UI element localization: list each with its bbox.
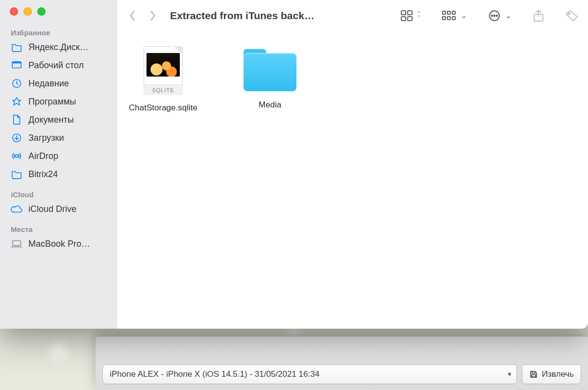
sidebar-item-документы[interactable]: Документы [0, 111, 117, 129]
window-controls [0, 5, 117, 22]
share-icon [533, 9, 544, 22]
sidebar-item-label: Документы [28, 115, 74, 125]
document-icon [11, 114, 23, 125]
chevron-down-icon [461, 13, 467, 19]
finder-main: Extracted from iTunes back… ˄˅ [117, 0, 588, 329]
sidebar-item-label: iCloud Drive [28, 204, 76, 214]
sidebar-item-label: Загрузки [28, 133, 64, 143]
sidebar-item-рабочий-стол[interactable]: Рабочий стол [0, 56, 117, 74]
window-title: Extracted from iTunes back… [170, 10, 315, 22]
svg-rect-2 [12, 62, 21, 64]
svg-rect-6 [13, 241, 21, 246]
clock-icon [11, 78, 23, 89]
file-label: Media [259, 100, 281, 110]
sidebar-item-label: Bitrix24 [28, 169, 58, 180]
svg-point-22 [568, 13, 570, 15]
file-type-badge: SQLITE [144, 84, 183, 95]
finder-toolbar: Extracted from iTunes back… ˄˅ [117, 0, 588, 31]
svg-rect-16 [452, 17, 455, 20]
file-item-media[interactable]: Media [231, 46, 309, 110]
group-button[interactable] [442, 11, 467, 21]
file-thumbnail: SQLITE [141, 46, 186, 95]
folder-icon [11, 169, 23, 180]
laptop-icon [11, 238, 23, 249]
svg-rect-11 [442, 11, 445, 14]
share-button[interactable] [533, 9, 544, 22]
extract-button[interactable]: Извлечь [522, 364, 581, 384]
sidebar-item-bitrix24[interactable]: Bitrix24 [0, 165, 117, 183]
group-icon [442, 11, 456, 21]
nav-back-button[interactable] [128, 9, 137, 22]
finder-sidebar: Избранное Яндекс.Диск…Рабочий столНедавн… [0, 0, 117, 329]
updown-icon: ˄˅ [417, 12, 420, 20]
airdrop-icon [11, 151, 23, 161]
grid-icon [401, 10, 413, 21]
svg-rect-0 [532, 375, 536, 377]
folder-icon [244, 49, 296, 91]
action-menu-button[interactable] [489, 10, 512, 22]
svg-point-19 [494, 15, 495, 16]
sidebar-section-locations: Места [0, 218, 117, 234]
download-icon [11, 132, 23, 143]
sidebar-item-label: MacBook Pro… [28, 239, 90, 249]
sidebar-item-label: AirDrop [28, 151, 58, 161]
sidebar-item-icloud-drive[interactable]: iCloud Drive [0, 200, 117, 218]
tags-button[interactable] [565, 10, 578, 22]
sidebar-item-недавние[interactable]: Недавние [0, 75, 117, 92]
close-button[interactable] [10, 7, 18, 16]
sidebar-item-macbook-pro-[interactable]: MacBook Pro… [0, 235, 117, 253]
sidebar-item-label: Программы [28, 97, 76, 107]
sidebar-item-label: Недавние [28, 78, 69, 89]
file-item-chatstorage[interactable]: SQLITE ChatStorage.sqlite [124, 46, 202, 113]
file-label: ChatStorage.sqlite [129, 103, 197, 113]
background-app-panel: iPhone ALEX - iPhone X (iOS 14.5.1) - 31… [96, 336, 588, 390]
svg-point-5 [15, 155, 18, 157]
svg-rect-7 [401, 11, 406, 15]
nav-forward-button[interactable] [148, 9, 157, 22]
view-icons-button[interactable]: ˄˅ [401, 10, 420, 21]
sidebar-item-airdrop[interactable]: AirDrop [0, 147, 117, 165]
extract-button-label: Извлечь [542, 369, 574, 379]
tag-icon [565, 10, 578, 22]
svg-rect-12 [442, 17, 445, 20]
device-select-value: iPhone ALEX - iPhone X (iOS 14.5.1) - 31… [110, 369, 319, 379]
ellipsis-circle-icon [489, 10, 500, 22]
sidebar-section-favorites: Избранное [0, 22, 117, 38]
file-grid[interactable]: SQLITE ChatStorage.sqlite Media [117, 31, 588, 329]
svg-rect-14 [447, 17, 450, 20]
sidebar-item-программы[interactable]: Программы [0, 93, 117, 110]
svg-rect-10 [408, 17, 412, 21]
device-select[interactable]: iPhone ALEX - iPhone X (iOS 14.5.1) - 31… [102, 364, 517, 384]
zoom-button[interactable] [37, 7, 46, 16]
sidebar-item-загрузки[interactable]: Загрузки [0, 129, 117, 147]
folder-icon [11, 42, 23, 52]
desktop-icon [11, 60, 23, 71]
sidebar-section-icloud: iCloud [0, 183, 117, 200]
finder-window: Избранное Яндекс.Диск…Рабочий столНедавн… [0, 0, 588, 329]
svg-rect-9 [401, 17, 406, 21]
cloud-icon [11, 204, 23, 214]
sidebar-item-label: Рабочий стол [28, 60, 84, 71]
svg-rect-13 [447, 11, 450, 14]
svg-rect-8 [408, 11, 412, 15]
svg-point-20 [496, 15, 497, 16]
sidebar-item-label: Яндекс.Диск… [28, 42, 89, 52]
minimize-button[interactable] [24, 7, 32, 16]
save-icon [529, 370, 538, 379]
chevron-down-icon [505, 13, 512, 19]
apps-icon [11, 96, 23, 107]
svg-point-18 [491, 15, 492, 16]
svg-rect-15 [452, 11, 455, 14]
dropdown-arrow-icon: ▼ [507, 371, 513, 378]
sidebar-item-яндекс-диск-[interactable]: Яндекс.Диск… [0, 38, 117, 56]
